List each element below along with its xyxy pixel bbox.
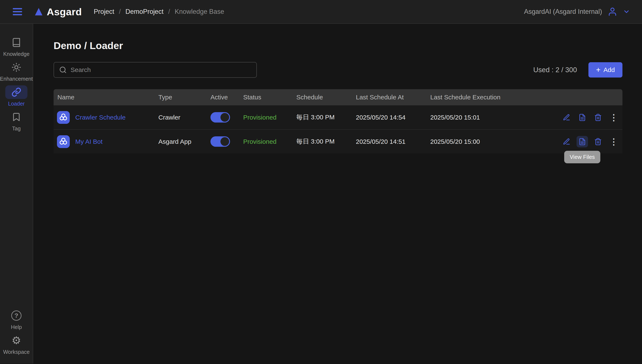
help-icon: ? bbox=[11, 310, 22, 321]
account-name: AsgardAI (Asgard Internal) bbox=[524, 8, 602, 16]
sidebar-item-label: Help bbox=[11, 324, 22, 330]
chevron-down-icon[interactable] bbox=[623, 8, 630, 15]
loader-app-icon bbox=[57, 135, 70, 148]
sidebar-item-label: Enhancement bbox=[0, 76, 33, 82]
row-last-schedule-execution: 2025/05/20 15:00 bbox=[430, 138, 561, 145]
brand-name: Asgard bbox=[47, 6, 82, 18]
col-header-status: Status bbox=[243, 94, 296, 101]
file-icon bbox=[578, 138, 586, 146]
search-box bbox=[54, 62, 257, 78]
col-header-active: Active bbox=[210, 94, 243, 101]
file-icon bbox=[578, 114, 586, 121]
breadcrumb-separator: / bbox=[168, 8, 170, 16]
sidebar-item-tag[interactable]: Tag bbox=[5, 110, 28, 132]
view-files-button[interactable]: View Files bbox=[576, 136, 588, 148]
brand[interactable]: Asgard bbox=[35, 6, 82, 18]
loader-app-icon bbox=[57, 111, 70, 124]
plus-icon: + bbox=[596, 66, 600, 74]
sidebar-item-label: Knowledge bbox=[3, 51, 30, 57]
sidebar-item-knowledge[interactable]: Knowledge bbox=[3, 36, 30, 57]
status-badge: Provisioned bbox=[243, 138, 296, 145]
usage-counter: Used : 2 / 300 bbox=[533, 66, 577, 74]
view-files-button[interactable] bbox=[576, 112, 588, 123]
user-icon[interactable] bbox=[607, 7, 617, 16]
col-header-last-schedule-at: Last Schedule At bbox=[356, 94, 430, 101]
breadcrumb-separator: / bbox=[119, 8, 121, 16]
gear-icon: ⚙ bbox=[12, 335, 21, 346]
row-type: Asgard App bbox=[158, 138, 210, 145]
sidebar-item-label: Loader bbox=[8, 101, 25, 107]
delete-button[interactable] bbox=[592, 112, 604, 123]
breadcrumb-demoproject[interactable]: DemoProject bbox=[125, 8, 163, 16]
breadcrumb-project[interactable]: Project bbox=[94, 8, 114, 16]
add-button-label: Add bbox=[603, 66, 615, 74]
book-icon bbox=[12, 38, 21, 47]
breadcrumb-knowledge-base: Knowledge Base bbox=[175, 8, 224, 16]
sidebar-item-workspace[interactable]: ⚙ Workspace bbox=[3, 334, 30, 355]
sidebar-item-loader[interactable]: Loader bbox=[5, 85, 28, 107]
col-header-schedule: Schedule bbox=[296, 94, 356, 101]
sidebar-item-label: Tag bbox=[12, 126, 21, 132]
trefoil-knot-icon bbox=[59, 137, 68, 146]
row-schedule: 毎日 3:00 PM bbox=[296, 137, 356, 146]
row-last-schedule-execution: 2025/05/20 15:01 bbox=[430, 114, 561, 121]
link-icon bbox=[12, 87, 21, 97]
loader-table: Name Type Active Status Schedule Last Sc… bbox=[54, 89, 622, 153]
col-header-type: Type bbox=[158, 94, 210, 101]
sun-icon bbox=[12, 62, 21, 72]
table-row: My AI Bot Asgard App Provisioned 毎日 3:00… bbox=[54, 129, 622, 153]
active-toggle[interactable] bbox=[210, 136, 230, 147]
more-options-button[interactable]: ⋮ bbox=[608, 136, 619, 148]
status-badge: Provisioned bbox=[243, 114, 296, 121]
col-header-name: Name bbox=[54, 94, 158, 101]
row-type: Crawler bbox=[158, 114, 210, 121]
topbar: Asgard Project / DemoProject / Knowledge… bbox=[0, 0, 642, 24]
edit-button[interactable] bbox=[561, 136, 572, 148]
trash-icon bbox=[594, 138, 602, 146]
kebab-menu-icon: ⋮ bbox=[609, 138, 618, 146]
pencil-icon bbox=[563, 114, 570, 121]
sidebar-item-enhancement[interactable]: Enhancement bbox=[0, 60, 33, 82]
table-row: Crawler Schedule Crawler Provisioned 毎日 … bbox=[54, 105, 622, 129]
col-header-last-schedule-execution: Last Schedule Execution bbox=[430, 94, 561, 101]
pencil-icon bbox=[563, 138, 570, 146]
search-input[interactable] bbox=[71, 66, 251, 74]
row-last-schedule-at: 2025/05/20 14:54 bbox=[356, 114, 430, 121]
trefoil-knot-icon bbox=[59, 113, 68, 122]
main-content: Demo / Loader Used : 2 / 300 + Add Name … bbox=[33, 24, 642, 364]
sidebar-item-label: Workspace bbox=[3, 349, 30, 355]
row-last-schedule-at: 2025/05/20 14:51 bbox=[356, 138, 430, 145]
sidebar: Knowledge Enhancement Loa bbox=[0, 24, 33, 364]
menu-icon[interactable] bbox=[13, 8, 22, 15]
view-files-tooltip: View Files bbox=[564, 151, 600, 163]
row-name-link[interactable]: My AI Bot bbox=[75, 138, 103, 145]
bookmark-icon bbox=[12, 112, 21, 122]
asgard-logo-triangle-icon bbox=[35, 7, 43, 16]
page-title: Demo / Loader bbox=[54, 40, 622, 52]
add-button[interactable]: + Add bbox=[588, 62, 622, 78]
delete-button[interactable] bbox=[592, 136, 604, 148]
sidebar-item-help[interactable]: ? Help bbox=[5, 309, 28, 330]
row-schedule: 毎日 3:00 PM bbox=[296, 113, 356, 122]
breadcrumb: Project / DemoProject / Knowledge Base bbox=[94, 8, 224, 16]
row-name-link[interactable]: Crawler Schedule bbox=[75, 114, 126, 121]
trash-icon bbox=[594, 114, 602, 121]
more-options-button[interactable]: ⋮ bbox=[608, 112, 619, 123]
edit-button[interactable] bbox=[561, 112, 572, 123]
kebab-menu-icon: ⋮ bbox=[609, 113, 618, 122]
table-header: Name Type Active Status Schedule Last Sc… bbox=[54, 89, 622, 105]
active-toggle[interactable] bbox=[210, 112, 230, 122]
search-icon bbox=[59, 66, 67, 74]
